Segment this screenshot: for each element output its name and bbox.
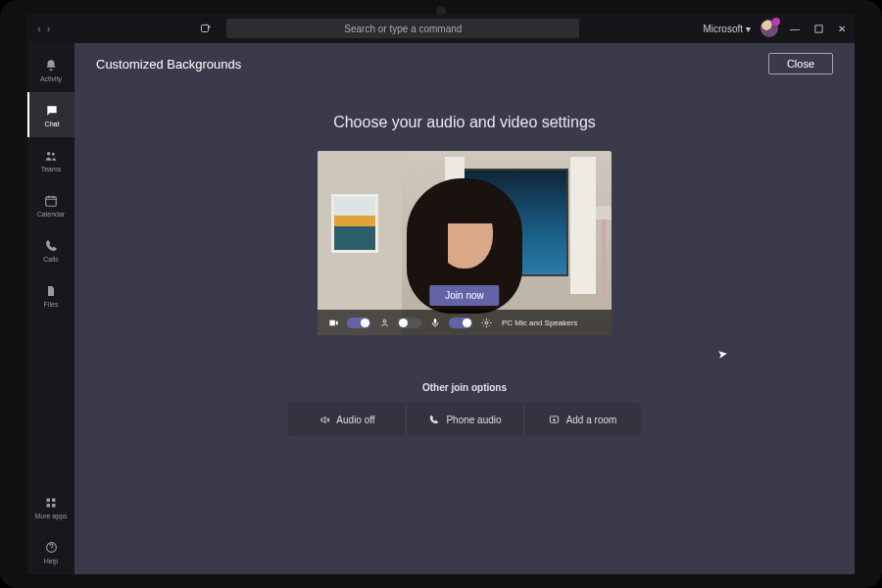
teams-icon (43, 148, 59, 164)
rail-files[interactable]: Files (27, 272, 74, 318)
camera-icon (327, 317, 339, 328)
svg-rect-0 (202, 25, 209, 32)
video-preview: Join now PC Mic and Speakers (318, 151, 612, 335)
rail-activity[interactable]: Activity (27, 47, 74, 92)
svg-point-12 (485, 321, 488, 324)
settings-heading: Choose your audio and video settings (333, 114, 596, 131)
option-add-room[interactable]: Add a room (523, 403, 641, 436)
svg-rect-8 (52, 504, 56, 508)
join-options: Audio off Phone audio Add a room (288, 403, 641, 436)
prejoin-panel: Customized Backgrounds Close Choose your… (74, 43, 855, 574)
rail-chat[interactable]: Chat (27, 92, 74, 137)
titlebar: ‹ › Search or type a command Microsoft ▾… (27, 14, 855, 43)
tablet-frame: ‹ › Search or type a command Microsoft ▾… (0, 0, 882, 588)
room-icon (549, 414, 561, 425)
app-window: ‹ › Search or type a command Microsoft ▾… (27, 14, 855, 574)
svg-rect-11 (434, 318, 437, 323)
calendar-icon (43, 193, 59, 209)
new-chat-icon[interactable] (199, 22, 213, 35)
minimize-button[interactable]: — (788, 22, 802, 35)
chat-icon (44, 103, 60, 119)
other-options-label: Other join options (422, 382, 507, 393)
background-toggle[interactable] (398, 318, 421, 328)
svg-point-3 (52, 152, 55, 155)
apps-icon (43, 495, 59, 511)
files-icon (43, 283, 59, 299)
back-button[interactable]: ‹ (37, 23, 41, 34)
rail-calendar[interactable]: Calendar (27, 182, 74, 227)
rail-help[interactable]: Help (27, 529, 74, 574)
device-label[interactable]: PC Mic and Speakers (502, 318, 577, 327)
settings-gear-icon[interactable] (480, 317, 492, 328)
forward-button[interactable]: › (47, 23, 51, 34)
audio-off-icon (318, 414, 330, 425)
phone-icon (428, 414, 440, 425)
svg-rect-6 (52, 498, 56, 502)
join-now-button[interactable]: Join now (429, 285, 499, 306)
mic-icon (429, 317, 441, 328)
svg-rect-7 (47, 504, 51, 508)
close-button[interactable]: Close (768, 53, 833, 74)
rail-calls[interactable]: Calls (27, 227, 74, 272)
panel-title: Customized Backgrounds (96, 57, 241, 72)
option-audio-off[interactable]: Audio off (288, 403, 406, 436)
tenant-switcher[interactable]: Microsoft ▾ (703, 24, 751, 34)
preview-controls: PC Mic and Speakers (318, 310, 612, 335)
calls-icon (43, 238, 59, 254)
svg-rect-1 (814, 24, 821, 31)
rail-teams[interactable]: Teams (27, 137, 74, 182)
background-effects-icon (378, 317, 390, 328)
svg-rect-4 (46, 196, 57, 205)
svg-point-10 (383, 319, 386, 322)
svg-point-2 (47, 151, 51, 155)
search-input[interactable]: Search or type a command (226, 19, 579, 38)
mic-toggle[interactable] (449, 318, 472, 328)
maximize-button[interactable] (811, 22, 825, 35)
rail-more-apps[interactable]: More apps (27, 484, 74, 529)
avatar[interactable] (760, 20, 778, 37)
help-icon (43, 540, 59, 556)
history-nav: ‹ › (37, 23, 50, 34)
option-phone-audio[interactable]: Phone audio (406, 403, 523, 436)
camera-toggle[interactable] (347, 318, 370, 328)
bell-icon (43, 58, 59, 74)
app-rail: Activity Chat Teams Calendar Calls Files (27, 43, 74, 574)
close-window-button[interactable]: ✕ (835, 22, 849, 35)
svg-rect-5 (47, 498, 51, 502)
chevron-down-icon: ▾ (746, 24, 751, 34)
